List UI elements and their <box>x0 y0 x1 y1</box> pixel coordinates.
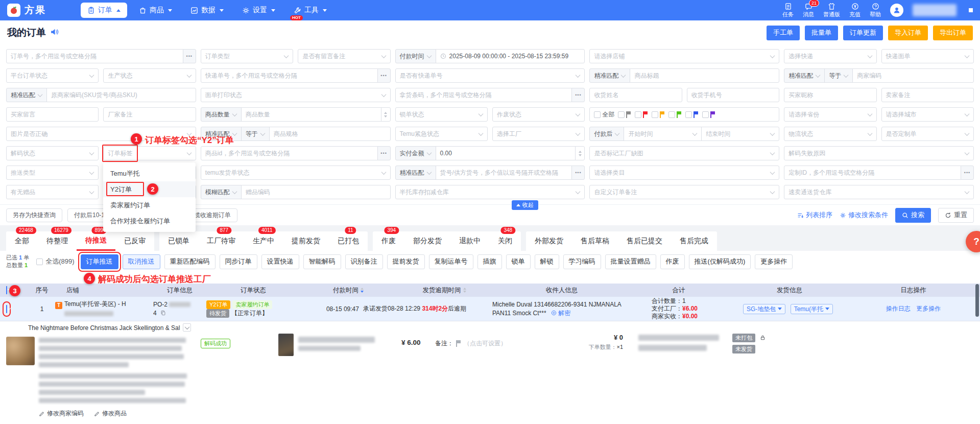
title-keyword-input[interactable]: 商品标题 <box>630 68 779 83</box>
action-button[interactable]: 解锁 <box>535 254 559 269</box>
more-operations-link[interactable]: 更多操作 <box>916 305 941 312</box>
more-options-icon[interactable] <box>377 68 391 83</box>
filter-decode-status[interactable]: 解码状态 <box>6 146 99 160</box>
action-button[interactable]: 重新匹配编码 <box>164 254 216 269</box>
merchant-code-input[interactable]: 商家编码 <box>852 68 974 83</box>
action-button[interactable]: 作废 <box>660 254 685 269</box>
action-button[interactable]: 批量设置赠品 <box>605 254 656 269</box>
flag-all-option[interactable]: 全部 <box>594 110 614 119</box>
filter-express[interactable]: 选择快递 <box>784 49 876 63</box>
edit-merchant-code-link[interactable]: 修改商家编码 <box>39 409 84 418</box>
flag-filter-option[interactable] <box>652 111 665 118</box>
reset-button[interactable]: 重置 <box>938 208 974 223</box>
after-pay-select[interactable]: 付款后 <box>589 127 624 141</box>
collapse-filters-button[interactable]: 收起 <box>512 200 538 210</box>
action-button[interactable]: 设置快递 <box>261 254 299 269</box>
status-tab[interactable]: 已锁单 <box>159 231 198 251</box>
brand[interactable]: 方果 <box>7 4 68 17</box>
filter-custom-order[interactable]: 是否定制单 <box>881 127 974 141</box>
action-button[interactable]: 同步订单 <box>220 254 257 269</box>
copy-icon[interactable] <box>160 310 166 316</box>
status-tab[interactable]: 退款中 <box>450 231 489 251</box>
filter-city[interactable]: 请选择城市 <box>881 107 974 122</box>
edit-product-link[interactable]: 修改商品 <box>94 409 127 418</box>
filter-factory-missing[interactable]: 是否标记工厂缺图 <box>589 146 779 160</box>
filter-temu-urgent[interactable]: Temu紧急状态 <box>395 127 488 141</box>
filter-lock-status[interactable]: 锁单状态 <box>395 107 488 122</box>
filter-shop[interactable]: 请选择店铺 <box>589 49 779 63</box>
dropdown-item-temu-semi[interactable]: Temu半托 <box>103 166 196 181</box>
operation-log-link[interactable]: 操作日志 <box>886 305 911 312</box>
export-orders-button[interactable]: 导出订单 <box>933 26 973 40</box>
match-mode-select[interactable]: 精准匹配 <box>395 166 436 180</box>
pick-code-input[interactable]: 拿货条码，多个用逗号或空格分隔 <box>395 88 572 102</box>
status-tab[interactable]: 394 作废 <box>373 231 404 251</box>
equals-select[interactable]: 等于 <box>241 127 270 141</box>
more-options-icon[interactable] <box>377 146 391 160</box>
action-button[interactable]: 识别备注 <box>345 254 383 269</box>
nav-item-help[interactable]: 帮助 <box>870 3 881 18</box>
flag-filter-option[interactable] <box>618 111 631 118</box>
status-tab[interactable]: 部分发货 <box>404 231 450 251</box>
equals-select[interactable]: 等于 <box>824 68 853 83</box>
filter-prod-status[interactable]: 生产状态 <box>103 68 196 83</box>
date-range-input[interactable]: 2025-08-09 00:00:00 - 2025-08-15 23:59:5… <box>436 49 585 63</box>
action-button[interactable]: 复制运单号 <box>429 254 473 269</box>
filter-buyer-msg[interactable]: 买家留言 <box>6 107 99 122</box>
menu-item-products[interactable]: 商品 <box>132 3 179 18</box>
avatar[interactable] <box>890 4 903 17</box>
import-orders-button[interactable]: 导入订单 <box>888 26 928 40</box>
ship-channel-pill[interactable]: Temu(半托 <box>791 304 833 314</box>
status-tab[interactable]: 11 已打包 <box>329 231 368 251</box>
order-row[interactable]: 1 TTemu(半托管-美区) - H PO-2 4 Y2订单卖家履约订单 待发… <box>0 297 980 321</box>
cancel-push-button[interactable]: 取消推送 <box>123 254 160 269</box>
action-button[interactable]: 推送(仅解码成功) <box>689 254 751 269</box>
row-checkbox[interactable] <box>6 305 7 313</box>
filter-recv-name[interactable]: 收货姓名 <box>589 88 682 102</box>
status-tab[interactable]: 提前发货 <box>283 231 329 251</box>
filter-has-gift[interactable]: 有无赠品 <box>6 185 99 199</box>
push-orders-button[interactable]: 订单推送 <box>81 254 118 269</box>
status-tab[interactable]: 已反审 <box>115 231 154 251</box>
nav-item-version[interactable]: 普通版 <box>823 3 840 18</box>
filter-smt-warehouse[interactable]: 速卖通送货仓库 <box>784 185 974 199</box>
collapse-detail-button[interactable] <box>183 323 191 332</box>
batch-order-button[interactable]: 批量单 <box>805 26 838 40</box>
pay-time-select[interactable]: 付款时间 <box>395 49 436 63</box>
menu-item-data[interactable]: 数据 <box>184 3 230 18</box>
order-update-button[interactable]: 订单更新 <box>843 26 883 40</box>
product-image-blurred[interactable] <box>6 337 35 365</box>
orig-code-input[interactable]: 原商家编码(SKU货号/商品SKU) <box>46 88 196 102</box>
filter-has-tracking[interactable]: 是否有快递单号 <box>395 68 585 83</box>
more-options-icon[interactable] <box>571 88 585 102</box>
scrollbar-thumb[interactable] <box>975 284 979 317</box>
status-tab[interactable]: 售后已提交 <box>618 231 671 251</box>
filter-factory[interactable]: 选择工厂 <box>492 127 585 141</box>
filter-logistics[interactable]: 物流状态 <box>784 127 876 141</box>
action-button[interactable]: 学习编码 <box>563 254 601 269</box>
action-button[interactable]: 提前发货 <box>387 254 425 269</box>
filter-semi-warehouse[interactable]: 半托库存扣减仓库 <box>395 185 585 199</box>
more-options-icon[interactable] <box>183 49 196 63</box>
spec-input[interactable]: 商品规格 <box>269 127 391 141</box>
paid-amount-select[interactable]: 实付金额 <box>395 146 436 160</box>
filter-temu-ship-status[interactable]: temu发货单状态 <box>201 166 391 180</box>
action-button[interactable]: 锁单 <box>506 254 531 269</box>
action-button[interactable]: 插旗 <box>477 254 502 269</box>
filter-platform-status[interactable]: 平台订单状态 <box>6 68 99 83</box>
tracking-no-input[interactable]: 快递单号，多个用逗号或空格分隔 <box>201 68 378 83</box>
note-row[interactable]: 备注： （点击可设置） <box>435 339 507 348</box>
dropdown-item-seller-fulfil[interactable]: 卖家履约订单 <box>103 197 196 213</box>
filter-print-status[interactable]: 面单打印状态 <box>201 88 391 102</box>
status-tab[interactable]: 售后草稿 <box>572 231 618 251</box>
filter-category[interactable]: 请选择类目 <box>589 166 779 180</box>
filter-buyer-nick[interactable]: 买家昵称 <box>784 88 876 102</box>
filter-waybill[interactable]: 快递面单 <box>881 49 974 63</box>
more-options-icon[interactable] <box>571 166 585 180</box>
manual-order-button[interactable]: 手工单 <box>767 26 800 40</box>
modify-search-link[interactable]: 修改搜索条件 <box>840 210 888 220</box>
number-stepper[interactable] <box>575 146 585 160</box>
quick-filter-button[interactable]: 另存为快捷查询 <box>6 208 62 222</box>
product-id-input[interactable]: 商品id，多个用逗号或空格分隔 <box>201 146 378 160</box>
number-stepper[interactable] <box>381 107 391 122</box>
